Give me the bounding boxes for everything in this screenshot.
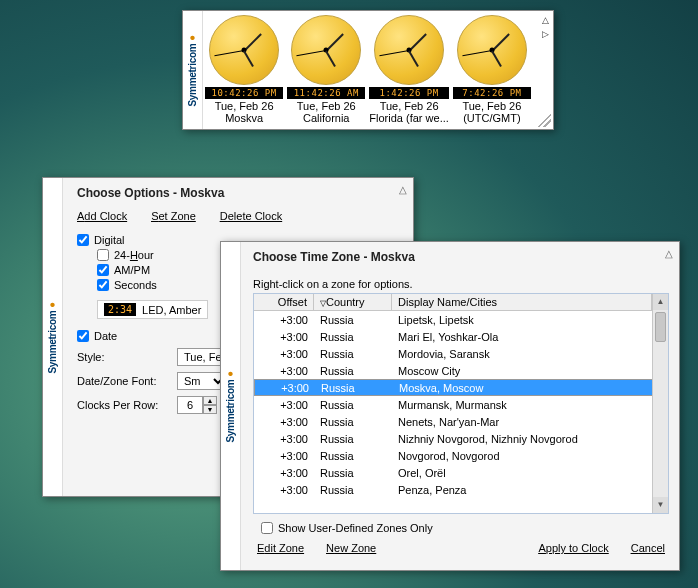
table-row[interactable]: +3:00RussiaOrel, Orël [254,464,668,481]
cell-display: Nizhniy Novgorod, Nizhniy Novgorod [392,433,668,445]
scroll-up-icon[interactable]: ▲ [653,294,668,310]
brand-sidebar: Symmetricom● [43,178,63,496]
date-checkbox[interactable] [77,330,89,342]
tz-grid-rows: +3:00RussiaLipetsk, Lipetsk+3:00RussiaMa… [254,311,668,513]
cell-display: Orel, Orël [392,467,668,479]
clock-zone: (UTC/GMT) [453,112,531,124]
h24-label: 24-Hour [114,249,154,261]
cell-offset: +3:00 [254,416,314,428]
cell-offset: +3:00 [254,450,314,462]
options-action-row: Add Clock Set Zone Delete Clock [77,210,401,222]
table-row[interactable]: +3:00RussiaMoskva, Moscow [254,379,668,396]
cell-country: Russia [314,399,392,411]
font-label: Date/Zone Font: [77,375,173,387]
cell-display: Mordovia, Saransk [392,348,668,360]
vertical-scrollbar[interactable]: ▲ ▼ [652,294,668,513]
show-user-zones-checkbox[interactable] [261,522,273,534]
brand-sidebar: Symmetricom● [183,11,203,129]
apply-button[interactable]: Apply to Clock [538,542,608,554]
table-row[interactable]: +3:00RussiaMari El, Yoshkar-Ola [254,328,668,345]
tz-footer: Edit Zone New Zone Apply to Clock Cancel [253,534,669,562]
cell-display: Nenets, Nar'yan-Mar [392,416,668,428]
h24-checkbox[interactable] [97,249,109,261]
clock-cell[interactable]: 7:42:26 PMTue, Feb 26(UTC/GMT) [453,15,531,124]
cell-offset: +3:00 [254,467,314,479]
clock-date: Tue, Feb 26 [205,100,283,112]
cell-country: Russia [314,331,392,343]
cell-country: Russia [314,348,392,360]
new-zone-button[interactable]: New Zone [326,542,376,554]
style-label: Style: [77,351,173,363]
scroll-thumb[interactable] [655,312,666,342]
date-label: Date [94,330,117,342]
cell-offset: +3:00 [254,314,314,326]
brand-sidebar: Symmetricom● [221,242,241,570]
cpr-down-icon[interactable]: ▼ [203,405,217,414]
led-preview[interactable]: 2:34 LED, Amber [97,300,208,319]
seconds-label: Seconds [114,279,157,291]
clock-date: Tue, Feb 26 [453,100,531,112]
ampm-label: AM/PM [114,264,150,276]
clockbar-controls: △ ▷ [542,15,549,39]
clock-cell[interactable]: 10:42:26 PMTue, Feb 26Moskva [205,15,283,124]
led-sample: 2:34 [104,303,136,316]
set-zone-button[interactable]: Set Zone [151,210,196,222]
menu-icon[interactable]: ▷ [542,29,549,39]
cell-country: Russia [314,416,392,428]
delete-clock-button[interactable]: Delete Clock [220,210,282,222]
clock-zone: California [287,112,365,124]
analog-clock-icon [374,15,444,85]
col-country[interactable]: ▽Country [314,294,392,310]
cell-display: Moskva, Moscow [393,382,667,394]
analog-clock-icon [457,15,527,85]
table-row[interactable]: +3:00RussiaMordovia, Saransk [254,345,668,362]
table-row[interactable]: +3:00RussiaPenza, Penza [254,481,668,498]
digital-time: 7:42:26 PM [453,87,531,99]
cell-country: Russia [315,382,393,394]
show-user-zones-label: Show User-Defined Zones Only [278,522,433,534]
ampm-checkbox[interactable] [97,264,109,276]
cell-country: Russia [314,484,392,496]
table-row[interactable]: +3:00RussiaNenets, Nar'yan-Mar [254,413,668,430]
clock-zone: Moskva [205,112,283,124]
led-name: LED, Amber [142,304,201,316]
clock-date: Tue, Feb 26 [369,100,448,112]
table-row[interactable]: +3:00RussiaMoscow City [254,362,668,379]
table-row[interactable]: +3:00RussiaNizhniy Novgorod, Nizhniy Nov… [254,430,668,447]
cpr-up-icon[interactable]: ▲ [203,396,217,405]
cell-display: Novgorod, Novgorod [392,450,668,462]
cpr-input[interactable] [177,396,203,414]
clock-zone: Florida (far we... [369,112,448,124]
cell-display: Moscow City [392,365,668,377]
digital-checkbox[interactable] [77,234,89,246]
cell-offset: +3:00 [254,365,314,377]
digital-time: 10:42:26 PM [205,87,283,99]
cell-display: Penza, Penza [392,484,668,496]
add-clock-button[interactable]: Add Clock [77,210,127,222]
seconds-checkbox[interactable] [97,279,109,291]
table-row[interactable]: +3:00RussiaMurmansk, Murmansk [254,396,668,413]
col-offset[interactable]: Offset [254,294,314,310]
cancel-button[interactable]: Cancel [631,542,665,554]
cell-offset: +3:00 [254,433,314,445]
tz-grid: Offset ▽Country Display Name/Cities +3:0… [253,293,669,514]
show-user-zones-row[interactable]: Show User-Defined Zones Only [261,522,669,534]
cell-display: Murmansk, Murmansk [392,399,668,411]
digital-label: Digital [94,234,125,246]
cell-country: Russia [314,365,392,377]
edit-zone-button[interactable]: Edit Zone [257,542,304,554]
clock-cell[interactable]: 11:42:26 AMTue, Feb 26California [287,15,365,124]
scroll-down-icon[interactable]: ▼ [653,497,668,513]
resize-grip-icon[interactable] [537,113,551,127]
clock-cell[interactable]: 1:42:26 PMTue, Feb 26Florida (far we... [369,15,448,124]
table-row[interactable]: +3:00RussiaNovgorod, Novgorod [254,447,668,464]
cpr-spinner[interactable]: ▲ ▼ [177,396,217,414]
brand-text: Symmetricom● [225,369,236,443]
cell-offset: +3:00 [255,382,315,394]
cell-offset: +3:00 [254,399,314,411]
collapse-icon[interactable]: △ [542,15,549,25]
options-title: Choose Options - Moskva [77,186,401,200]
col-display[interactable]: Display Name/Cities [392,294,652,310]
brand-text: Symmetricom● [47,300,58,374]
table-row[interactable]: +3:00RussiaLipetsk, Lipetsk [254,311,668,328]
